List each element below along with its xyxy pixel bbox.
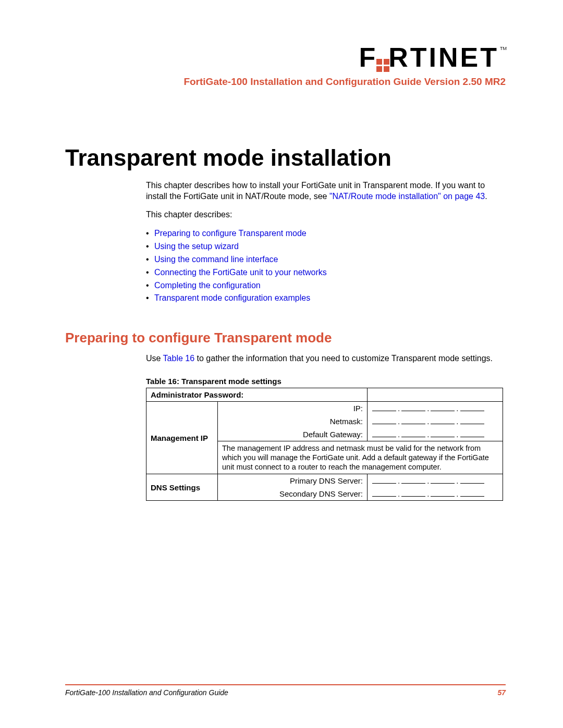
describes-label: This chapter describes: (146, 209, 506, 220)
netmask-value: ... (368, 415, 503, 428)
header: FRTINETTM FortiGate-100 Installation and… (65, 42, 506, 88)
toc-item: •Connecting the FortiGate unit to your n… (146, 266, 506, 279)
document-subtitle: FortiGate-100 Installation and Configura… (65, 76, 506, 88)
default-gateway-label: Default Gateway: (218, 428, 368, 441)
chapter-title: Transparent mode installation (65, 145, 506, 171)
ip-value: ... (368, 401, 503, 415)
use-text-b: to gather the information that you need … (194, 354, 493, 363)
toc-item: •Using the command line interface (146, 253, 506, 266)
management-ip-label: Management IP (146, 401, 218, 474)
table-row: DNS Settings Primary DNS Server: ... (146, 474, 503, 488)
trademark-symbol: TM (500, 46, 507, 51)
secondary-dns-label: Secondary DNS Server: (218, 487, 368, 501)
admin-password-value (368, 388, 503, 401)
table-row: Management IP IP: ... (146, 401, 503, 415)
chapter-toc: •Preparing to configure Transparent mode… (146, 227, 506, 305)
toc-link-examples[interactable]: Transparent mode configuration examples (154, 293, 310, 302)
section-heading: Preparing to configure Transparent mode (65, 330, 506, 346)
section-intro: Use Table 16 to gather the information t… (146, 353, 506, 364)
netmask-label: Netmask: (218, 415, 368, 428)
logo-text-right: RTINET (388, 42, 499, 72)
intro-paragraph: This chapter describes how to install yo… (146, 180, 506, 202)
document-page: FRTINETTM FortiGate-100 Installation and… (0, 0, 563, 728)
settings-table: Administrator Password: Management IP IP… (146, 388, 503, 501)
nat-route-link[interactable]: "NAT/Route mode installation" on page 43 (329, 192, 485, 201)
toc-link-completing[interactable]: Completing the configuration (154, 281, 261, 290)
primary-dns-label: Primary DNS Server: (218, 474, 368, 488)
management-ip-note: The management IP address and netmask mu… (218, 441, 503, 474)
page-number: 57 (497, 688, 506, 697)
fortinet-logo: FRTINETTM (359, 42, 506, 74)
toc-link-preparing[interactable]: Preparing to configure Transparent mode (154, 229, 307, 238)
toc-link-cli[interactable]: Using the command line interface (154, 255, 278, 264)
table-16-link[interactable]: Table 16 (163, 354, 195, 363)
use-text-a: Use (146, 354, 163, 363)
primary-dns-value: ... (368, 474, 503, 488)
toc-link-connecting[interactable]: Connecting the FortiGate unit to your ne… (154, 268, 327, 277)
toc-item: •Completing the configuration (146, 279, 506, 292)
logo-dots-icon (376, 59, 389, 74)
ip-label: IP: (218, 401, 368, 415)
intro-text-b: . (485, 192, 487, 201)
dns-settings-label: DNS Settings (146, 474, 218, 501)
page-footer: FortiGate-100 Installation and Configura… (65, 684, 506, 697)
logo-text-left: F (359, 42, 377, 72)
toc-link-setup-wizard[interactable]: Using the setup wizard (154, 242, 239, 251)
toc-item: •Preparing to configure Transparent mode (146, 227, 506, 240)
toc-item: •Using the setup wizard (146, 240, 506, 253)
table-caption: Table 16: Transparent mode settings (146, 377, 506, 386)
footer-rule (65, 684, 506, 685)
admin-password-label: Administrator Password: (146, 388, 368, 401)
toc-item: •Transparent mode configuration examples (146, 292, 506, 305)
table-row: Administrator Password: (146, 388, 503, 401)
default-gateway-value: ... (368, 428, 503, 441)
secondary-dns-value: ... (368, 487, 503, 501)
footer-title: FortiGate-100 Installation and Configura… (65, 688, 228, 697)
